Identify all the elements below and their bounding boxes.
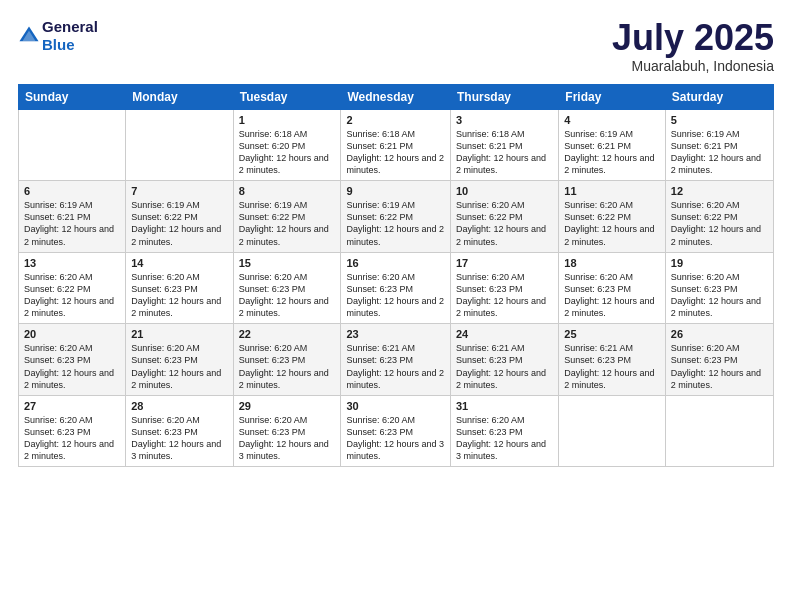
calendar-cell: 17Sunrise: 6:20 AM Sunset: 6:23 PM Dayli… xyxy=(451,252,559,324)
calendar-cell: 31Sunrise: 6:20 AM Sunset: 6:23 PM Dayli… xyxy=(451,395,559,467)
day-info: Sunrise: 6:20 AM Sunset: 6:23 PM Dayligh… xyxy=(456,414,553,463)
day-number: 21 xyxy=(131,328,227,340)
calendar-week-2: 6Sunrise: 6:19 AM Sunset: 6:21 PM Daylig… xyxy=(19,181,774,253)
day-number: 26 xyxy=(671,328,768,340)
logo-blue: Blue xyxy=(42,36,75,53)
day-info: Sunrise: 6:20 AM Sunset: 6:23 PM Dayligh… xyxy=(671,342,768,391)
day-number: 30 xyxy=(346,400,445,412)
day-number: 27 xyxy=(24,400,120,412)
day-info: Sunrise: 6:20 AM Sunset: 6:23 PM Dayligh… xyxy=(346,414,445,463)
day-number: 14 xyxy=(131,257,227,269)
day-number: 2 xyxy=(346,114,445,126)
calendar-table: Sunday Monday Tuesday Wednesday Thursday… xyxy=(18,84,774,468)
day-number: 29 xyxy=(239,400,336,412)
calendar-cell: 25Sunrise: 6:21 AM Sunset: 6:23 PM Dayli… xyxy=(559,324,666,396)
day-number: 3 xyxy=(456,114,553,126)
logo: General Blue xyxy=(18,18,98,54)
day-number: 24 xyxy=(456,328,553,340)
day-info: Sunrise: 6:20 AM Sunset: 6:23 PM Dayligh… xyxy=(239,271,336,320)
day-number: 1 xyxy=(239,114,336,126)
day-info: Sunrise: 6:20 AM Sunset: 6:23 PM Dayligh… xyxy=(239,414,336,463)
day-number: 20 xyxy=(24,328,120,340)
calendar-week-5: 27Sunrise: 6:20 AM Sunset: 6:23 PM Dayli… xyxy=(19,395,774,467)
calendar-cell: 10Sunrise: 6:20 AM Sunset: 6:22 PM Dayli… xyxy=(451,181,559,253)
day-number: 25 xyxy=(564,328,660,340)
day-number: 13 xyxy=(24,257,120,269)
day-number: 17 xyxy=(456,257,553,269)
day-info: Sunrise: 6:19 AM Sunset: 6:21 PM Dayligh… xyxy=(671,128,768,177)
day-info: Sunrise: 6:18 AM Sunset: 6:20 PM Dayligh… xyxy=(239,128,336,177)
day-info: Sunrise: 6:21 AM Sunset: 6:23 PM Dayligh… xyxy=(564,342,660,391)
calendar-cell xyxy=(126,109,233,181)
location-title: Muaralabuh, Indonesia xyxy=(612,58,774,74)
calendar-cell: 27Sunrise: 6:20 AM Sunset: 6:23 PM Dayli… xyxy=(19,395,126,467)
calendar-cell: 30Sunrise: 6:20 AM Sunset: 6:23 PM Dayli… xyxy=(341,395,451,467)
day-info: Sunrise: 6:20 AM Sunset: 6:23 PM Dayligh… xyxy=(456,271,553,320)
day-info: Sunrise: 6:20 AM Sunset: 6:23 PM Dayligh… xyxy=(346,271,445,320)
day-info: Sunrise: 6:19 AM Sunset: 6:22 PM Dayligh… xyxy=(346,199,445,248)
day-info: Sunrise: 6:19 AM Sunset: 6:21 PM Dayligh… xyxy=(564,128,660,177)
calendar-cell: 28Sunrise: 6:20 AM Sunset: 6:23 PM Dayli… xyxy=(126,395,233,467)
calendar-cell: 8Sunrise: 6:19 AM Sunset: 6:22 PM Daylig… xyxy=(233,181,341,253)
header-sunday: Sunday xyxy=(19,84,126,109)
calendar-week-1: 1Sunrise: 6:18 AM Sunset: 6:20 PM Daylig… xyxy=(19,109,774,181)
day-info: Sunrise: 6:20 AM Sunset: 6:23 PM Dayligh… xyxy=(131,271,227,320)
day-number: 10 xyxy=(456,185,553,197)
day-number: 5 xyxy=(671,114,768,126)
header-wednesday: Wednesday xyxy=(341,84,451,109)
day-info: Sunrise: 6:20 AM Sunset: 6:22 PM Dayligh… xyxy=(564,199,660,248)
day-number: 12 xyxy=(671,185,768,197)
day-number: 31 xyxy=(456,400,553,412)
calendar-cell: 22Sunrise: 6:20 AM Sunset: 6:23 PM Dayli… xyxy=(233,324,341,396)
day-info: Sunrise: 6:20 AM Sunset: 6:23 PM Dayligh… xyxy=(239,342,336,391)
day-info: Sunrise: 6:20 AM Sunset: 6:22 PM Dayligh… xyxy=(456,199,553,248)
calendar-cell: 2Sunrise: 6:18 AM Sunset: 6:21 PM Daylig… xyxy=(341,109,451,181)
calendar-cell: 15Sunrise: 6:20 AM Sunset: 6:23 PM Dayli… xyxy=(233,252,341,324)
day-info: Sunrise: 6:18 AM Sunset: 6:21 PM Dayligh… xyxy=(456,128,553,177)
header-thursday: Thursday xyxy=(451,84,559,109)
header-friday: Friday xyxy=(559,84,666,109)
calendar-cell xyxy=(559,395,666,467)
calendar-cell xyxy=(19,109,126,181)
day-info: Sunrise: 6:20 AM Sunset: 6:23 PM Dayligh… xyxy=(131,342,227,391)
day-number: 22 xyxy=(239,328,336,340)
calendar-cell: 26Sunrise: 6:20 AM Sunset: 6:23 PM Dayli… xyxy=(665,324,773,396)
day-info: Sunrise: 6:19 AM Sunset: 6:22 PM Dayligh… xyxy=(239,199,336,248)
calendar-cell: 11Sunrise: 6:20 AM Sunset: 6:22 PM Dayli… xyxy=(559,181,666,253)
day-number: 23 xyxy=(346,328,445,340)
calendar-cell: 18Sunrise: 6:20 AM Sunset: 6:23 PM Dayli… xyxy=(559,252,666,324)
calendar-cell: 7Sunrise: 6:19 AM Sunset: 6:22 PM Daylig… xyxy=(126,181,233,253)
day-number: 18 xyxy=(564,257,660,269)
calendar-cell xyxy=(665,395,773,467)
day-number: 19 xyxy=(671,257,768,269)
day-number: 28 xyxy=(131,400,227,412)
day-info: Sunrise: 6:20 AM Sunset: 6:23 PM Dayligh… xyxy=(24,342,120,391)
calendar-cell: 6Sunrise: 6:19 AM Sunset: 6:21 PM Daylig… xyxy=(19,181,126,253)
calendar-cell: 14Sunrise: 6:20 AM Sunset: 6:23 PM Dayli… xyxy=(126,252,233,324)
day-info: Sunrise: 6:20 AM Sunset: 6:23 PM Dayligh… xyxy=(131,414,227,463)
header: General Blue July 2025 Muaralabuh, Indon… xyxy=(18,18,774,74)
page: General Blue July 2025 Muaralabuh, Indon… xyxy=(0,0,792,612)
day-number: 16 xyxy=(346,257,445,269)
day-number: 15 xyxy=(239,257,336,269)
month-title: July 2025 xyxy=(612,18,774,58)
calendar-cell: 20Sunrise: 6:20 AM Sunset: 6:23 PM Dayli… xyxy=(19,324,126,396)
header-saturday: Saturday xyxy=(665,84,773,109)
calendar-cell: 4Sunrise: 6:19 AM Sunset: 6:21 PM Daylig… xyxy=(559,109,666,181)
calendar-cell: 3Sunrise: 6:18 AM Sunset: 6:21 PM Daylig… xyxy=(451,109,559,181)
day-number: 4 xyxy=(564,114,660,126)
calendar-cell: 16Sunrise: 6:20 AM Sunset: 6:23 PM Dayli… xyxy=(341,252,451,324)
header-tuesday: Tuesday xyxy=(233,84,341,109)
title-block: July 2025 Muaralabuh, Indonesia xyxy=(612,18,774,74)
calendar-week-4: 20Sunrise: 6:20 AM Sunset: 6:23 PM Dayli… xyxy=(19,324,774,396)
logo-general: General xyxy=(42,18,98,35)
calendar-cell: 1Sunrise: 6:18 AM Sunset: 6:20 PM Daylig… xyxy=(233,109,341,181)
day-number: 9 xyxy=(346,185,445,197)
calendar-cell: 23Sunrise: 6:21 AM Sunset: 6:23 PM Dayli… xyxy=(341,324,451,396)
day-number: 11 xyxy=(564,185,660,197)
day-number: 7 xyxy=(131,185,227,197)
day-info: Sunrise: 6:20 AM Sunset: 6:23 PM Dayligh… xyxy=(671,271,768,320)
weekday-header-row: Sunday Monday Tuesday Wednesday Thursday… xyxy=(19,84,774,109)
calendar-cell: 21Sunrise: 6:20 AM Sunset: 6:23 PM Dayli… xyxy=(126,324,233,396)
logo-icon xyxy=(18,25,40,47)
